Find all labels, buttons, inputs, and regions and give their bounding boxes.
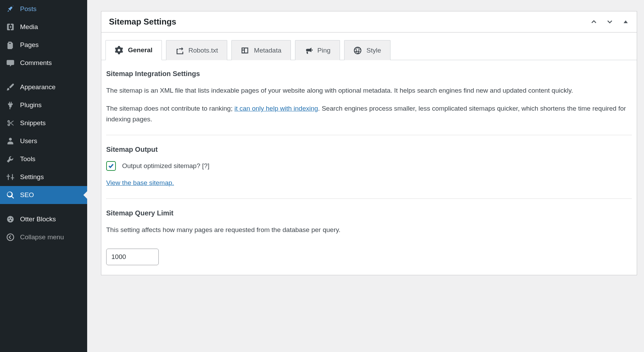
output-heading: Sitemap Output xyxy=(106,146,632,154)
sidebar-label: Settings xyxy=(20,173,44,181)
sidebar-item-users[interactable]: Users xyxy=(0,132,87,150)
sidebar-label: Tools xyxy=(20,155,35,163)
sidebar-item-media[interactable]: Media xyxy=(0,18,87,36)
sliders-icon xyxy=(6,172,15,182)
sidebar-item-seo[interactable]: SEO xyxy=(0,186,87,204)
tab-robots[interactable]: Robots.txt xyxy=(166,40,228,60)
pin-icon xyxy=(6,4,15,14)
query-limit-heading: Sitemap Query Limit xyxy=(106,209,632,217)
indexing-help-link[interactable]: it can only help with indexing xyxy=(234,105,318,112)
move-down-button[interactable] xyxy=(606,18,613,25)
settings-tabs: General Robots.txt Metadata xyxy=(101,33,637,60)
plug-icon xyxy=(6,100,15,110)
sidebar-item-snippets[interactable]: Snippets xyxy=(0,114,87,132)
output-optimized-checkbox[interactable] xyxy=(106,161,116,171)
tab-label: Robots.txt xyxy=(188,47,218,54)
layout-icon xyxy=(241,46,249,55)
tab-metadata[interactable]: Metadata xyxy=(231,40,291,60)
tab-label: Ping xyxy=(318,47,331,54)
tab-general[interactable]: General xyxy=(105,40,162,60)
main-content: Sitemap Settings xyxy=(87,0,644,352)
pages-icon xyxy=(6,40,15,50)
integration-heading: Sitemap Integration Settings xyxy=(106,70,632,78)
sidebar-item-posts[interactable]: Posts xyxy=(0,0,87,18)
collapse-menu[interactable]: Collapse menu xyxy=(0,228,87,246)
search-icon xyxy=(6,190,15,200)
brush-icon xyxy=(6,82,15,92)
tab-label: Style xyxy=(367,47,381,54)
query-limit-input[interactable] xyxy=(106,249,159,265)
settings-panel: Sitemap Settings xyxy=(101,11,637,275)
sidebar-label: Pages xyxy=(20,41,39,49)
sidebar-item-appearance[interactable]: Appearance xyxy=(0,78,87,96)
view-base-sitemap-link[interactable]: View the base sitemap. xyxy=(106,179,174,187)
svg-point-2 xyxy=(11,218,12,219)
wrench-icon xyxy=(6,154,15,164)
media-icon xyxy=(6,22,15,32)
sidebar-item-comments[interactable]: Comments xyxy=(0,54,87,72)
tab-label: Metadata xyxy=(254,47,281,54)
globe-icon xyxy=(353,46,362,55)
sidebar-label: Comments xyxy=(20,59,52,67)
tab-content-general: Sitemap Integration Settings The sitemap… xyxy=(101,60,637,275)
user-icon xyxy=(6,136,15,146)
svg-point-3 xyxy=(10,220,11,221)
toggle-panel-button[interactable] xyxy=(622,18,629,25)
sidebar-label: Users xyxy=(20,137,37,145)
megaphone-icon xyxy=(304,46,313,55)
divider xyxy=(106,135,632,135)
svg-point-0 xyxy=(7,216,13,222)
comments-icon xyxy=(6,58,15,68)
gear-icon xyxy=(115,46,123,54)
sidebar-label: SEO xyxy=(20,191,34,199)
collapse-label: Collapse menu xyxy=(20,233,64,241)
sidebar-item-tools[interactable]: Tools xyxy=(0,150,87,168)
sidebar-item-otter[interactable]: Otter Blocks xyxy=(0,210,87,228)
chevron-down-icon xyxy=(606,18,613,25)
sidebar-label: Snippets xyxy=(20,119,46,127)
sidebar-label: Appearance xyxy=(20,83,55,91)
move-up-button[interactable] xyxy=(590,18,597,25)
sidebar-label: Otter Blocks xyxy=(20,215,56,223)
otter-icon xyxy=(6,214,15,224)
sidebar-label: Posts xyxy=(20,5,37,13)
divider xyxy=(106,198,632,199)
sidebar-item-plugins[interactable]: Plugins xyxy=(0,96,87,114)
svg-point-1 xyxy=(9,218,10,219)
sidebar-item-pages[interactable]: Pages xyxy=(0,36,87,54)
sidebar-label: Media xyxy=(20,23,38,31)
integration-paragraph-2: The sitemap does not contribute to ranki… xyxy=(106,103,632,124)
check-icon xyxy=(108,163,114,169)
chevron-up-icon xyxy=(590,18,597,25)
panel-controls xyxy=(590,18,629,25)
admin-sidebar: Posts Media Pages Comments Appearance xyxy=(0,0,87,352)
export-icon xyxy=(175,46,184,55)
query-limit-description: This setting affects how many pages are … xyxy=(106,225,632,235)
panel-title: Sitemap Settings xyxy=(109,17,176,27)
tab-label: General xyxy=(128,46,153,54)
output-checkbox-label: Output optimized sitemap? [?] xyxy=(122,162,209,170)
scissors-icon xyxy=(6,118,15,128)
sidebar-item-settings[interactable]: Settings xyxy=(0,168,87,186)
svg-point-4 xyxy=(7,234,13,240)
tab-ping[interactable]: Ping xyxy=(295,40,340,60)
integration-paragraph-1: The sitemap is an XML file that lists in… xyxy=(106,85,632,96)
sidebar-label: Plugins xyxy=(20,101,42,109)
collapse-icon xyxy=(6,232,15,242)
tab-style[interactable]: Style xyxy=(344,40,390,60)
panel-header: Sitemap Settings xyxy=(101,11,637,33)
triangle-up-icon xyxy=(622,18,629,25)
output-checkbox-row: Output optimized sitemap? [?] xyxy=(106,161,632,171)
